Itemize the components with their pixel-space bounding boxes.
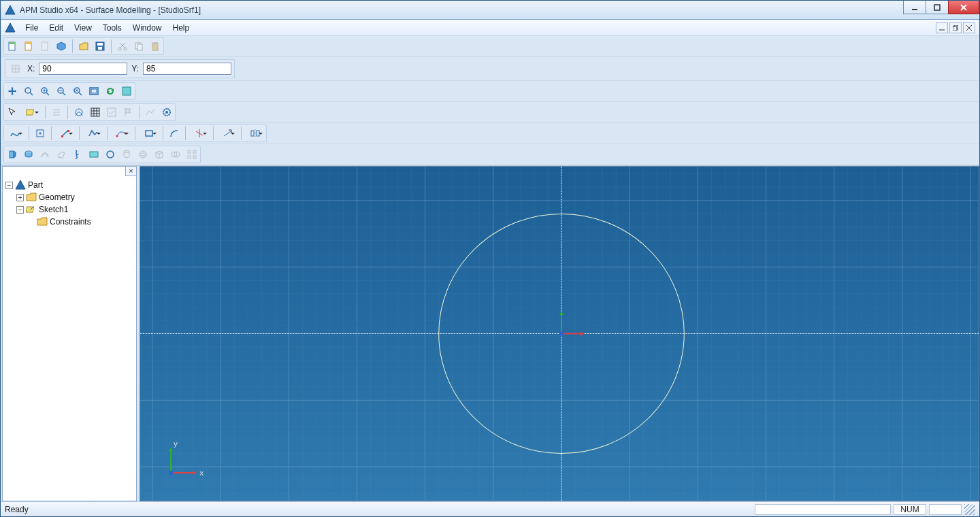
svg-point-79 xyxy=(140,151,146,158)
toolbar-view xyxy=(1,81,979,102)
copy-icon xyxy=(131,39,146,54)
point-icon[interactable] xyxy=(33,126,48,141)
circle-feature-icon[interactable] xyxy=(103,147,118,162)
status-bar: Ready NUM xyxy=(1,501,979,516)
folder-icon xyxy=(26,192,37,203)
zoom-fit-icon[interactable] xyxy=(86,84,101,99)
sketch-icon xyxy=(26,204,37,215)
svg-rect-25 xyxy=(137,44,142,50)
svg-line-32 xyxy=(30,93,33,95)
tree-geometry[interactable]: + Geometry xyxy=(4,191,135,203)
svg-marker-75 xyxy=(58,152,65,158)
svg-rect-87 xyxy=(188,156,191,159)
zoom-in-icon[interactable] xyxy=(37,84,52,99)
svg-rect-76 xyxy=(90,152,98,157)
menu-view[interactable]: View xyxy=(69,21,97,35)
cursor-icon[interactable] xyxy=(5,105,20,120)
tree-geometry-label: Geometry xyxy=(39,193,75,202)
zoom-all-icon[interactable] xyxy=(70,84,85,99)
folder-icon xyxy=(37,216,48,227)
save-icon[interactable] xyxy=(93,39,108,54)
new-file-icon[interactable] xyxy=(5,39,20,54)
open-icon[interactable] xyxy=(76,39,91,54)
settings-gear-icon[interactable] xyxy=(159,105,174,120)
line-icon[interactable] xyxy=(55,126,76,141)
menu-edit[interactable]: Edit xyxy=(44,21,69,35)
revolve-icon[interactable] xyxy=(21,147,36,162)
refresh-icon[interactable] xyxy=(103,84,118,99)
cut-icon xyxy=(115,39,130,54)
svg-line-39 xyxy=(63,93,65,95)
new-template-icon[interactable] xyxy=(21,39,36,54)
arc-icon[interactable] xyxy=(167,126,182,141)
coord-x-input[interactable] xyxy=(39,63,127,75)
resize-grip[interactable] xyxy=(964,504,975,515)
new-model-icon[interactable] xyxy=(54,39,69,54)
menu-window[interactable]: Window xyxy=(127,21,167,35)
svg-rect-65 xyxy=(146,131,152,136)
svg-rect-45 xyxy=(26,110,33,115)
helix-icon[interactable] xyxy=(70,147,85,162)
mesh-check-icon xyxy=(104,105,119,120)
svg-rect-18 xyxy=(97,43,103,46)
zoom-window-icon[interactable] xyxy=(21,84,36,99)
bezier-icon[interactable] xyxy=(111,126,131,141)
app-small-icon xyxy=(5,22,16,33)
trim-icon[interactable] xyxy=(189,126,210,141)
title-bar: APM Studio x64 - Surface Modelling - [St… xyxy=(1,1,979,20)
tree-sketch1[interactable]: − Sketch1 xyxy=(4,203,135,216)
extrude-icon[interactable] xyxy=(5,147,20,162)
plane-icon[interactable] xyxy=(86,147,101,162)
pattern-icon xyxy=(184,147,199,162)
pan-icon[interactable] xyxy=(5,84,20,99)
new-disabled-icon xyxy=(37,39,52,54)
rectangle-icon[interactable] xyxy=(139,126,159,141)
toolbar-coords: X: Y: xyxy=(1,57,979,81)
svg-line-41 xyxy=(79,93,82,95)
dimension-icon[interactable] xyxy=(217,126,238,141)
svg-rect-27 xyxy=(154,42,157,44)
mdi-close-button[interactable] xyxy=(963,22,975,33)
part-icon xyxy=(15,180,26,190)
tree-constraints[interactable]: Constraints xyxy=(4,216,135,228)
menu-file[interactable]: File xyxy=(20,21,44,35)
svg-rect-14 xyxy=(25,42,31,44)
tree-close-button[interactable]: × xyxy=(125,167,136,176)
mdi-restore-button[interactable] xyxy=(949,22,962,33)
mirror-icon[interactable] xyxy=(245,126,265,141)
svg-point-57 xyxy=(165,111,168,114)
svg-text:x: x xyxy=(199,468,203,478)
coord-y-input[interactable] xyxy=(143,63,231,75)
paste-icon xyxy=(148,39,163,54)
svg-rect-43 xyxy=(91,89,97,93)
zoom-out-icon[interactable] xyxy=(54,84,69,99)
svg-rect-85 xyxy=(188,150,191,153)
tree-root-part[interactable]: − Part xyxy=(4,179,135,191)
menu-help[interactable]: Help xyxy=(167,21,195,35)
close-button[interactable] xyxy=(948,1,979,14)
maximize-button[interactable] xyxy=(926,1,949,14)
model-tree-panel: × − Part + Geometry − Sketch1 xyxy=(2,166,137,501)
minimize-button[interactable] xyxy=(903,1,926,14)
window-title: APM Studio x64 - Surface Modelling - [St… xyxy=(20,5,904,15)
viewport[interactable]: x y xyxy=(140,166,979,501)
coord-lock-icon xyxy=(8,61,23,76)
svg-rect-72 xyxy=(10,151,14,158)
menu-tools[interactable]: Tools xyxy=(97,21,127,35)
polyline-icon[interactable] xyxy=(83,126,103,141)
svg-marker-5 xyxy=(5,23,15,32)
svg-rect-2 xyxy=(934,5,940,10)
redraw-icon[interactable] xyxy=(119,84,134,99)
svg-rect-8 xyxy=(953,27,957,31)
spline-icon[interactable] xyxy=(5,126,25,141)
graph-icon xyxy=(143,105,158,120)
sketch-plane-icon[interactable] xyxy=(21,105,42,120)
svg-rect-12 xyxy=(9,42,15,44)
sweep-icon xyxy=(37,147,52,162)
status-ready: Ready xyxy=(5,505,29,514)
mdi-minimize-button[interactable] xyxy=(936,22,948,33)
svg-rect-69 xyxy=(251,131,254,136)
mesh-grid-icon[interactable] xyxy=(88,105,103,120)
svg-rect-88 xyxy=(193,156,196,159)
mesh-wire-icon[interactable] xyxy=(71,105,86,120)
